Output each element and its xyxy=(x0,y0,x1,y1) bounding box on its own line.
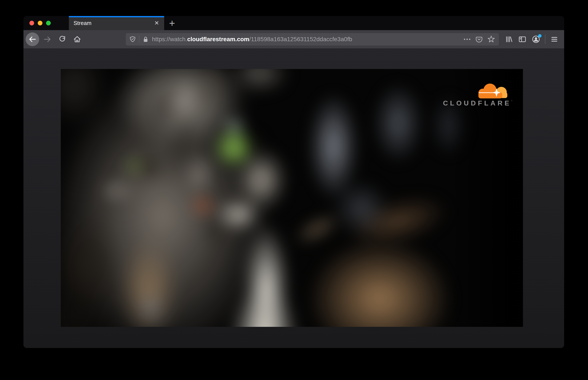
account-notification-dot xyxy=(538,34,541,38)
pocket-button[interactable] xyxy=(475,36,483,43)
ellipsis-icon xyxy=(464,38,471,40)
hamburger-menu-icon xyxy=(550,35,558,43)
star-icon xyxy=(487,36,495,43)
bookmark-star-button[interactable] xyxy=(487,36,495,43)
tab-title: Stream xyxy=(73,20,91,26)
home-icon xyxy=(73,35,81,43)
home-button[interactable] xyxy=(70,33,84,46)
url-prefix: https://watch. xyxy=(152,36,187,42)
reload-button[interactable] xyxy=(55,33,69,46)
pocket-icon xyxy=(475,36,483,43)
trademark-tick: ’ xyxy=(511,99,512,103)
forward-button[interactable] xyxy=(40,33,54,46)
arrow-left-icon xyxy=(28,35,36,43)
cloudflare-wordmark: CLOUDFLARE’ xyxy=(443,99,512,107)
sidebar-button[interactable] xyxy=(516,33,529,46)
menu-button[interactable] xyxy=(548,33,561,46)
cloudflare-cloud-icon xyxy=(473,82,510,98)
urlbar-divider xyxy=(139,36,139,43)
new-tab-button[interactable]: + xyxy=(164,16,180,30)
cloudflare-logo: CLOUDFLARE’ xyxy=(443,82,510,107)
navigation-toolbar: https://watch.cloudflarestream.com/11859… xyxy=(23,30,564,49)
library-icon xyxy=(504,35,513,43)
zoom-window-button[interactable] xyxy=(46,21,51,25)
url-path: /118598a163a125631152ddaccfe3a0fb xyxy=(249,36,352,42)
browser-window: Stream ✕ + xyxy=(23,16,564,348)
library-button[interactable] xyxy=(502,33,516,46)
active-tab-indicator xyxy=(69,16,164,17)
video-vignette xyxy=(61,69,523,327)
url-text: https://watch.cloudflarestream.com/11859… xyxy=(152,36,459,43)
page-content: CLOUDFLARE’ xyxy=(23,49,564,348)
address-bar[interactable]: https://watch.cloudflarestream.com/11859… xyxy=(126,33,499,45)
minimize-window-button[interactable] xyxy=(38,21,42,25)
sidebar-icon xyxy=(518,35,527,43)
https-lock-icon[interactable] xyxy=(143,36,149,42)
page-actions-button[interactable] xyxy=(464,38,471,40)
tab-close-button[interactable]: ✕ xyxy=(152,19,161,28)
window-controls xyxy=(23,16,69,30)
video-player[interactable]: CLOUDFLARE’ xyxy=(61,69,523,327)
reload-icon xyxy=(58,35,66,43)
toolbar-separator xyxy=(545,35,545,44)
arrow-right-icon xyxy=(43,35,51,43)
account-button[interactable] xyxy=(529,33,543,46)
desktop-background: Stream ✕ + xyxy=(0,0,588,380)
url-domain: cloudflarestream.com xyxy=(187,36,249,42)
tracking-protection-shield-icon[interactable] xyxy=(130,36,136,42)
tab-bar: Stream ✕ + xyxy=(23,16,564,30)
close-window-button[interactable] xyxy=(29,21,34,25)
back-button[interactable] xyxy=(26,33,39,46)
tab-stream[interactable]: Stream ✕ xyxy=(69,16,164,30)
